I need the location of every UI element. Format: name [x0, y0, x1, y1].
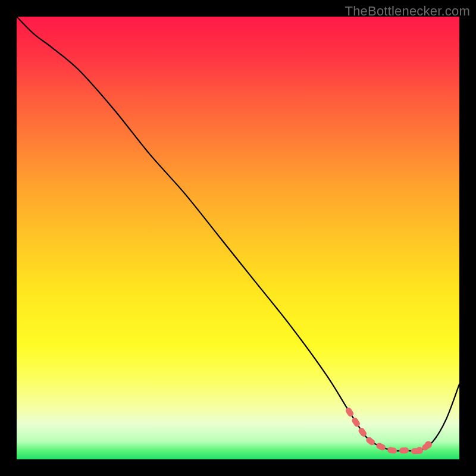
valley-dot: [416, 447, 423, 454]
chart-svg: [17, 17, 459, 459]
curve-line: [17, 17, 459, 451]
valley-highlight: [349, 411, 433, 451]
chart-frame: TheBottlenecker.com: [0, 0, 476, 476]
valley-dot: [425, 441, 432, 448]
plot-area: [17, 17, 459, 459]
